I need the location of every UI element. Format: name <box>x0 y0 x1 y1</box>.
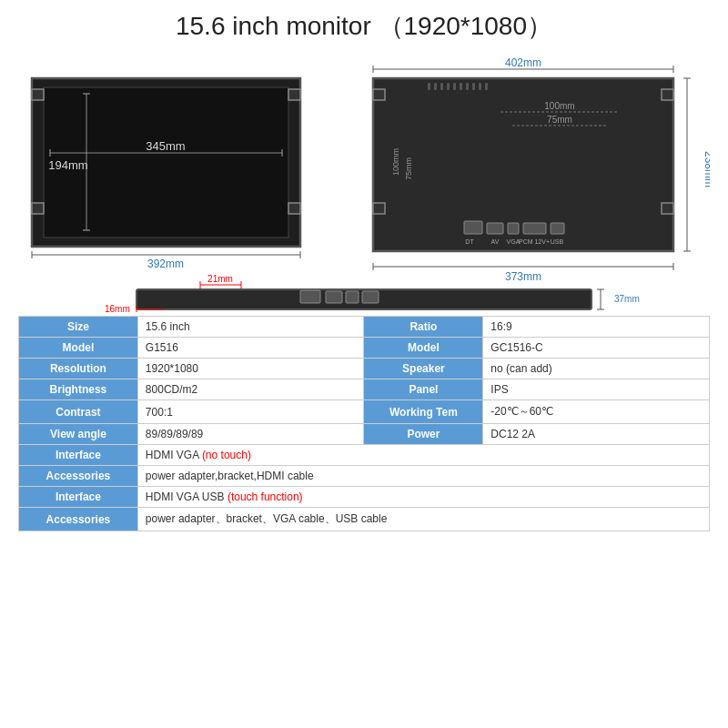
svg-text:402mm: 402mm <box>505 56 541 69</box>
svg-text:238mm: 238mm <box>703 151 710 187</box>
svg-rect-62 <box>300 290 320 303</box>
spec-value-1: G1516 <box>137 338 364 359</box>
spec-value2-0: 16:9 <box>483 317 710 338</box>
spec-label-5: View angle <box>19 424 138 445</box>
svg-rect-4 <box>288 89 300 100</box>
spec-value-0: 15.6 inch <box>137 317 364 338</box>
svg-rect-32 <box>460 83 462 90</box>
spec-label-9: Accessories <box>19 508 138 531</box>
svg-rect-28 <box>434 83 437 90</box>
svg-text:373mm: 373mm <box>505 270 541 283</box>
spec-label2-1: Model <box>364 338 483 359</box>
diagrams-svg: 345mm 194mm 392mm 402mm <box>18 53 710 312</box>
svg-text:37mm: 37mm <box>614 294 640 304</box>
spec-label-6: Interface <box>19 445 138 466</box>
spec-value-7: power adapter,bracket,HDMI cable <box>137 466 709 487</box>
spec-label2-5: Power <box>364 424 483 445</box>
svg-text:USB: USB <box>551 238 564 245</box>
svg-rect-33 <box>466 83 469 90</box>
spec-value-4: 700:1 <box>137 400 364 424</box>
svg-rect-26 <box>662 203 673 214</box>
page: 15.6 inch monitor （1920*1080） 345mm 194m… <box>0 0 728 728</box>
spec-value-8: HDMI VGA USB (touch function) <box>137 487 709 508</box>
spec-value-3: 800CD/m2 <box>137 379 364 400</box>
spec-label-0: Size <box>19 317 138 338</box>
svg-rect-65 <box>362 291 379 303</box>
svg-rect-29 <box>440 83 443 90</box>
spec-label-8: Interface <box>19 487 138 508</box>
svg-rect-43 <box>508 223 519 234</box>
spec-value2-1: GC1516-C <box>483 338 710 359</box>
svg-rect-63 <box>326 291 342 303</box>
svg-text:345mm: 345mm <box>146 139 185 153</box>
svg-text:PCM 12V+: PCM 12V+ <box>519 238 550 245</box>
spec-label-3: Brightness <box>19 379 138 400</box>
svg-text:100mm: 100mm <box>544 101 574 111</box>
spec-label-4: Contrast <box>19 400 138 424</box>
svg-rect-36 <box>485 83 488 90</box>
spec-value2-3: IPS <box>483 379 710 400</box>
svg-rect-27 <box>428 83 430 90</box>
svg-rect-42 <box>487 223 503 234</box>
spec-label2-3: Panel <box>364 379 483 400</box>
svg-rect-35 <box>479 83 481 90</box>
spec-label2-2: Speaker <box>364 359 483 379</box>
svg-rect-64 <box>346 291 359 303</box>
svg-text:DT: DT <box>465 238 474 245</box>
spec-label-7: Accessories <box>19 466 138 487</box>
svg-rect-30 <box>447 83 450 90</box>
spec-value-5: 89/89/89/89 <box>137 424 364 445</box>
svg-rect-45 <box>551 223 564 234</box>
svg-rect-3 <box>32 203 44 214</box>
svg-rect-44 <box>523 223 546 234</box>
spec-label-2: Resolution <box>19 359 138 379</box>
svg-rect-23 <box>373 89 385 100</box>
spec-value-6: HDMI VGA (no touch) <box>137 445 709 466</box>
svg-text:21mm: 21mm <box>207 274 233 284</box>
svg-rect-2 <box>32 89 44 100</box>
svg-rect-24 <box>373 203 385 214</box>
svg-text:75mm: 75mm <box>404 157 413 180</box>
spec-value2-2: no (can add) <box>483 359 710 379</box>
spec-label2-4: Working Tem <box>364 400 483 424</box>
svg-rect-5 <box>288 203 300 214</box>
svg-rect-34 <box>472 83 475 90</box>
svg-text:16mm: 16mm <box>105 304 130 312</box>
spec-label2-0: Ratio <box>364 317 483 338</box>
svg-rect-25 <box>662 89 673 100</box>
spec-table: Size15.6 inchRatio16:9ModelG1516ModelGC1… <box>18 316 710 531</box>
svg-rect-41 <box>464 221 482 234</box>
svg-rect-31 <box>453 83 456 90</box>
svg-text:392mm: 392mm <box>147 258 184 270</box>
spec-label-1: Model <box>19 338 138 359</box>
page-title: 15.6 inch monitor （1920*1080） <box>176 9 552 44</box>
spec-value2-5: DC12 2A <box>483 424 710 445</box>
svg-text:194mm: 194mm <box>48 158 87 172</box>
spec-value-9: power adapter、bracket、VGA cable、USB cabl… <box>137 508 709 531</box>
svg-text:AV: AV <box>491 238 500 245</box>
spec-value-2: 1920*1080 <box>137 359 364 379</box>
spec-value2-4: -20℃～60℃ <box>483 400 710 424</box>
svg-text:75mm: 75mm <box>547 115 572 125</box>
svg-text:100mm: 100mm <box>391 148 400 176</box>
